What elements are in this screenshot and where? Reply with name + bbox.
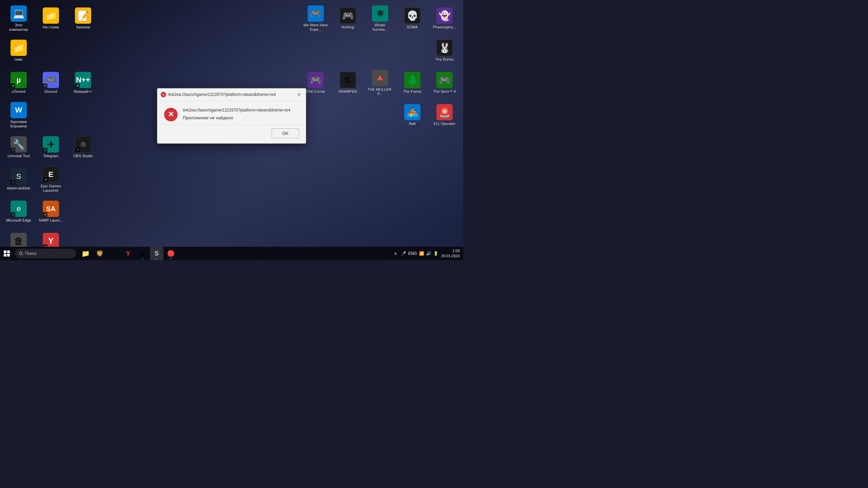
taskbar-app-icons: 📁 🦁 🛡 Y ⚙ S 🔴 (79, 247, 178, 260)
battery-icon[interactable]: 🔋 (433, 251, 438, 256)
taskbar-steam-running (156, 258, 157, 260)
taskbar-brave[interactable]: 🦁 (93, 247, 106, 260)
taskbar-yandex-browser[interactable]: Y (121, 247, 135, 260)
dialog-content: link2ea://launchgame/1222670?platform=st… (183, 108, 299, 120)
svg-point-4 (19, 252, 22, 255)
taskbar-kaspersky[interactable]: 🛡 (107, 247, 121, 260)
taskbar-right: ∧ 🎤 ENG 📶 🔊 🔋 1:03 29.01.2024 (393, 248, 463, 259)
clock-time: 1:03 (441, 248, 460, 253)
taskbar: Поиск 📁 🦁 🛡 Y ⚙ S 🔴 (0, 247, 463, 260)
taskbar-search[interactable]: Поиск (15, 249, 76, 258)
taskbar-clock[interactable]: 1:03 29.01.2024 (441, 248, 460, 259)
taskbar-sys-icons: 🎤 ENG 📶 🔊 🔋 (401, 251, 438, 256)
taskbar-settings[interactable]: ⚙ (136, 247, 149, 260)
taskbar-running-indicator (142, 258, 143, 260)
svg-line-5 (22, 254, 23, 255)
volume-icon[interactable]: 🔊 (426, 251, 431, 256)
dialog-titlebar-icon: ✕ (161, 92, 166, 97)
language-indicator[interactable]: ENG (408, 251, 417, 256)
dialog-error-icon: ✕ (164, 108, 178, 121)
taskbar-obs[interactable]: 🔴 (164, 247, 178, 260)
dialog-footer: OK (157, 125, 306, 143)
wifi-icon[interactable]: 📶 (419, 251, 424, 256)
dialog-body: ✕ link2ea://launchgame/1222670?platform=… (157, 101, 306, 125)
clock-date: 29.01.2024 (441, 253, 460, 259)
dialog-titlebar: ✕ link2ea://launchgame/1222670?platform=… (157, 88, 306, 101)
svg-rect-0 (4, 250, 6, 253)
dialog-overlay: ✕ link2ea://launchgame/1222670?platform=… (0, 0, 463, 260)
mic-icon[interactable]: 🎤 (401, 251, 406, 256)
error-dialog: ✕ link2ea://launchgame/1222670?platform=… (157, 88, 306, 144)
search-label: Поиск (25, 251, 36, 256)
taskbar-obs-running (170, 258, 172, 260)
svg-rect-3 (7, 254, 10, 257)
dialog-ok-button[interactable]: OK (272, 128, 299, 138)
tray-expand-arrow[interactable]: ∧ (393, 250, 398, 257)
dialog-title-text: link2ea://launchgame/1222670?platform=st… (168, 92, 294, 97)
dialog-close-button[interactable]: ✕ (296, 91, 302, 98)
svg-rect-1 (7, 250, 10, 253)
dialog-url-text: link2ea://launchgame/1222670?platform=st… (183, 108, 299, 113)
start-button[interactable] (0, 247, 14, 260)
taskbar-file-explorer[interactable]: 📁 (79, 247, 92, 260)
dialog-message-text: Приложение не найдено (183, 115, 299, 120)
svg-rect-2 (4, 254, 6, 257)
taskbar-steam[interactable]: S (150, 247, 163, 260)
